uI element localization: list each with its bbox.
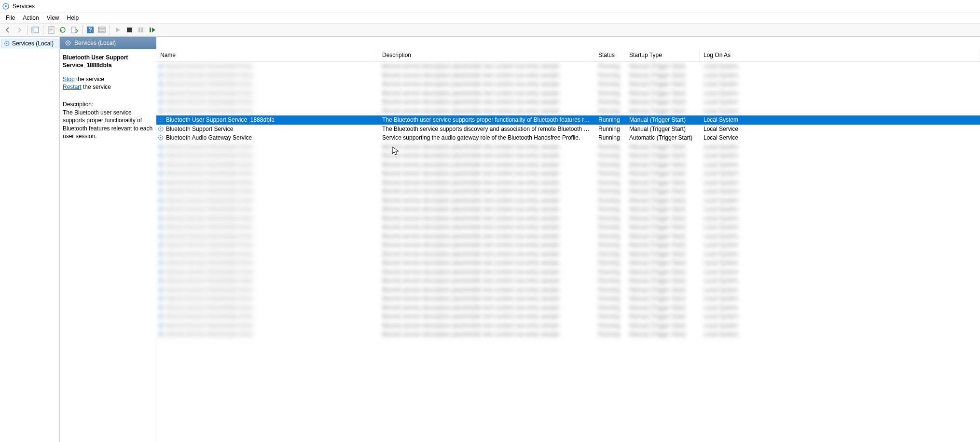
svg-point-26 [160, 101, 162, 103]
cell-logon: Local System [700, 170, 980, 177]
forward-button[interactable] [14, 24, 25, 36]
pause-icon [138, 27, 144, 33]
back-button[interactable] [2, 24, 14, 36]
cell-logon: Local System [700, 295, 980, 302]
column-header-description[interactable]: Description [378, 49, 594, 61]
stop-service-link[interactable]: Stop [63, 76, 75, 83]
cell-status: Running [594, 304, 625, 311]
gear-icon [157, 313, 164, 320]
toolbar-separator [27, 25, 28, 35]
pause-service-button[interactable] [135, 24, 147, 36]
svg-rect-5 [71, 27, 76, 33]
gear-icon [157, 233, 164, 240]
gear-icon [157, 134, 164, 141]
svg-point-68 [160, 289, 162, 290]
selected-service-title: Bluetooth User Support Service_1888dbfa [63, 54, 153, 69]
column-header-logon[interactable]: Log On As [700, 49, 980, 61]
cell-status: Running [594, 99, 625, 105]
table-row-blurred: Blurred Service Placeholder EntryBlurred… [156, 232, 980, 241]
table-row-blurred: Blurred Service Placeholder EntryBlurred… [156, 62, 980, 71]
toolbar-separator [110, 25, 110, 35]
cell-logon: Local System [700, 72, 980, 79]
list-button[interactable] [96, 24, 108, 36]
menu-file[interactable]: File [2, 13, 19, 23]
cell-description: Blurred service description placeholder … [378, 81, 594, 87]
menu-view[interactable]: View [43, 13, 63, 23]
description-text: The Bluetooth user service supports prop… [63, 109, 153, 140]
menu-help[interactable]: Help [63, 13, 83, 23]
column-header-name[interactable]: Name [156, 49, 378, 61]
cell-logon: Local System [700, 286, 980, 293]
play-icon [115, 27, 121, 33]
table-row[interactable]: Bluetooth Audio Gateway ServiceService s… [156, 133, 980, 143]
service-name: Blurred Service Placeholder Entry [166, 206, 253, 213]
cell-name: Blurred Service Placeholder Entry [156, 233, 378, 240]
cell-status: Running [594, 108, 625, 114]
show-hide-tree-button[interactable] [29, 24, 41, 36]
service-name: Blurred Service Placeholder Entry [166, 259, 253, 266]
svg-point-42 [160, 173, 162, 174]
service-name: Blurred Service Placeholder Entry [166, 313, 253, 320]
cell-status: Running [594, 295, 625, 302]
service-name: Bluetooth Support Service [166, 126, 233, 132]
menu-action[interactable]: Action [19, 13, 42, 23]
restart-service-link[interactable]: Restart [63, 84, 82, 90]
properties-button[interactable] [45, 24, 57, 36]
cell-startup: Manual (Trigger Start) [625, 259, 700, 266]
cell-description: Blurred service description placeholder … [378, 152, 594, 159]
export-button[interactable] [69, 24, 80, 36]
restart-service-button[interactable] [147, 24, 158, 36]
help-button[interactable]: ? [84, 24, 96, 36]
cell-description: Blurred service description placeholder … [378, 99, 594, 105]
cell-name: Blurred Service Placeholder Entry [156, 295, 378, 302]
svg-point-40 [160, 164, 162, 165]
cell-name: Bluetooth User Support Service_1888dbfa [156, 116, 378, 123]
cell-name: Blurred Service Placeholder Entry [156, 206, 378, 213]
table-row[interactable]: Bluetooth Support ServiceThe Bluetooth s… [156, 125, 980, 134]
cell-status: Running [594, 242, 625, 248]
table-row-blurred: Blurred Service Placeholder EntryBlurred… [156, 98, 980, 107]
content-panel: Services (Local) Bluetooth User Support … [60, 37, 980, 442]
cell-logon: Local Service [700, 126, 980, 132]
table-row-blurred: Blurred Service Placeholder EntryBlurred… [156, 268, 980, 277]
table-row[interactable]: Bluetooth User Support Service_1888dbfaT… [156, 115, 980, 125]
svg-point-34 [160, 137, 162, 139]
cell-status: Running [594, 277, 625, 284]
stop-service-button[interactable] [124, 24, 135, 36]
tree-item-services-local[interactable]: Services (Local) [1, 39, 58, 48]
stop-suffix: the service [75, 76, 104, 83]
panel-header: Services (Local) [60, 37, 156, 49]
svg-point-72 [160, 307, 162, 308]
svg-point-24 [160, 92, 162, 94]
cell-startup: Manual (Trigger Start) [625, 224, 700, 230]
cell-description: Blurred service description placeholder … [378, 224, 594, 230]
service-name: Blurred Service Placeholder Entry [166, 161, 253, 168]
svg-point-46 [160, 191, 162, 192]
gear-icon [157, 188, 164, 195]
cell-description: Blurred service description placeholder … [378, 331, 594, 338]
toolbar-separator [82, 25, 83, 35]
start-service-button[interactable] [112, 24, 124, 36]
table-row-blurred: Blurred Service Placeholder EntryBlurred… [156, 160, 980, 170]
cell-name: Blurred Service Placeholder Entry [156, 304, 378, 311]
svg-point-38 [160, 155, 162, 157]
cell-logon: Local System [700, 197, 980, 204]
column-header-startup[interactable]: Startup Type [625, 49, 700, 61]
cell-description: Blurred service description placeholder … [378, 143, 594, 150]
cell-status: Running [594, 63, 625, 70]
cell-startup: Manual (Trigger Start) [625, 126, 700, 132]
gear-icon [157, 242, 164, 248]
table-row-blurred: Blurred Service Placeholder EntryBlurred… [156, 285, 980, 295]
gear-icon [157, 116, 164, 123]
refresh-button[interactable] [57, 24, 69, 36]
service-name: Blurred Service Placeholder Entry [166, 152, 253, 159]
svg-point-32 [160, 128, 162, 129]
cell-description: Blurred service description placeholder … [378, 197, 594, 204]
gear-icon [157, 331, 164, 338]
gear-icon [157, 81, 164, 87]
svg-point-70 [160, 298, 162, 299]
cell-logon: Local System [700, 277, 980, 284]
cell-description: Blurred service description placeholder … [378, 269, 594, 275]
service-rows[interactable]: Blurred Service Placeholder EntryBlurred… [156, 62, 980, 442]
column-header-status[interactable]: Status [594, 49, 625, 61]
